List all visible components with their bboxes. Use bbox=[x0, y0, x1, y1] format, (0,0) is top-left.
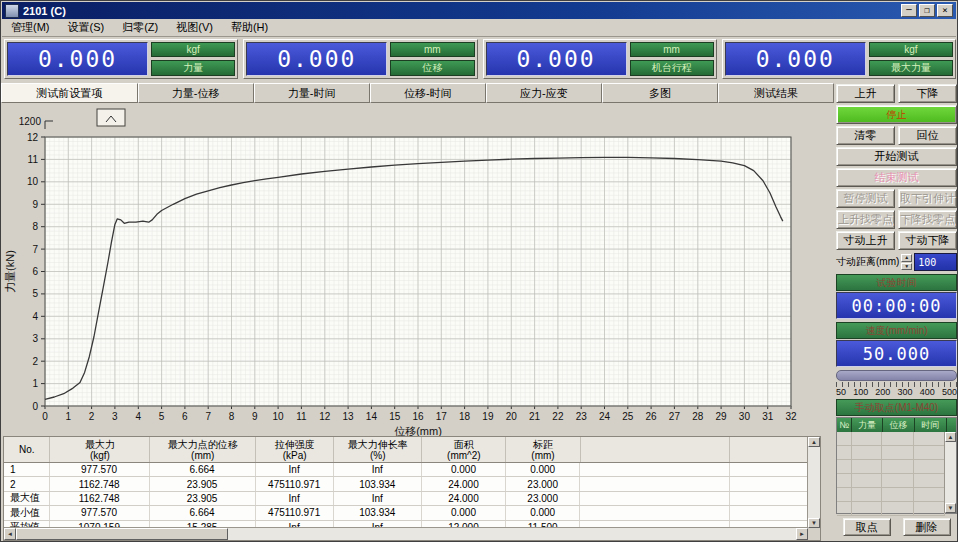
svg-text:4: 4 bbox=[136, 411, 142, 422]
tab-应力-应变[interactable]: 应力-应变 bbox=[486, 83, 602, 103]
table-cell: 0.000 bbox=[422, 463, 506, 476]
stop-button[interactable]: 停止 bbox=[836, 105, 957, 124]
scroll-up-icon[interactable]: ▲ bbox=[808, 437, 820, 447]
table-cell: 103.934 bbox=[334, 506, 422, 519]
table-cell: 24.000 bbox=[422, 477, 506, 490]
zero-button[interactable]: 清零 bbox=[836, 126, 895, 145]
tab-bar: 测试前设置项力量-位移力量-时间位移-时间应力-应变多图测试结果 bbox=[1, 83, 834, 103]
table-cell bbox=[580, 506, 730, 519]
table-row[interactable]: 1977.5706.664InfInf0.0000.000 bbox=[4, 463, 808, 477]
svg-text:3: 3 bbox=[32, 333, 38, 344]
mp-empty-row bbox=[837, 446, 945, 460]
svg-text:10: 10 bbox=[27, 176, 39, 187]
jog-up-button[interactable]: 寸动上升 bbox=[836, 231, 895, 250]
svg-text:11: 11 bbox=[296, 411, 307, 422]
table-row[interactable]: 最小值977.5706.664475110.971103.9340.0000.0… bbox=[4, 506, 808, 520]
mp-empty-row bbox=[837, 502, 945, 516]
speed-scale-label: 400 bbox=[920, 387, 935, 397]
return-button[interactable]: 回位 bbox=[898, 126, 957, 145]
spinner-up-icon[interactable]: ▲ bbox=[901, 254, 912, 262]
tab-多图[interactable]: 多图 bbox=[602, 83, 718, 103]
tab-力量-位移[interactable]: 力量-位移 bbox=[138, 83, 254, 103]
scroll-up-icon[interactable]: ▲ bbox=[945, 432, 956, 442]
chart-canvas: 0123456789101112131415161718192021222324… bbox=[1, 103, 834, 436]
test-time-header: 试验时间 bbox=[836, 274, 957, 291]
secondary-scale-label: 1200 bbox=[19, 116, 42, 127]
menu-item[interactable]: 设置(S) bbox=[59, 19, 114, 36]
up-button[interactable]: 上升 bbox=[836, 84, 895, 103]
table-cell: 23.905 bbox=[150, 477, 256, 490]
jog-distance-spinner[interactable]: ▲ ▼ bbox=[901, 254, 912, 270]
end-test-button[interactable]: 结束测试 bbox=[836, 168, 957, 187]
spinner-down-icon[interactable]: ▼ bbox=[901, 263, 912, 271]
scroll-down-icon[interactable]: ▼ bbox=[945, 503, 956, 513]
unit-label: kgf bbox=[869, 42, 953, 57]
table-row[interactable]: 21162.74823.905475110.971103.93424.00023… bbox=[4, 477, 808, 491]
tab-测试结果[interactable]: 测试结果 bbox=[718, 83, 834, 103]
svg-text:7: 7 bbox=[32, 244, 38, 255]
tab-力量-时间[interactable]: 力量-时间 bbox=[254, 83, 370, 103]
take-point-button[interactable]: 取点 bbox=[843, 518, 891, 536]
svg-text:5: 5 bbox=[32, 288, 38, 299]
minimize-button[interactable]: ─ bbox=[901, 4, 917, 17]
svg-text:17: 17 bbox=[436, 411, 448, 422]
svg-text:6: 6 bbox=[32, 266, 38, 277]
menu-item[interactable]: 归零(Z) bbox=[113, 19, 167, 36]
results-horizontal-scrollbar[interactable]: ◄ ► bbox=[4, 527, 808, 540]
speed-scale-label: 500 bbox=[942, 387, 957, 397]
display-位移: 0.000 mm 位移 bbox=[243, 39, 477, 79]
delete-point-button[interactable]: 删除 bbox=[903, 518, 951, 536]
results-table: No.最大力(kgf)最大力点的位移(mm)拉伸强度(kPa)最大力伸长率(%)… bbox=[3, 436, 821, 541]
svg-text:27: 27 bbox=[669, 411, 681, 422]
speed-slider-track[interactable] bbox=[836, 370, 957, 381]
menu-item[interactable]: 帮助(H) bbox=[222, 19, 277, 36]
app-icon bbox=[5, 4, 19, 18]
scroll-right-icon[interactable]: ► bbox=[796, 528, 808, 540]
table-cell: 0.000 bbox=[422, 506, 506, 519]
window-title: 2101 (C) bbox=[23, 5, 66, 17]
speed-slider[interactable]: 50100200300400500 bbox=[836, 370, 957, 397]
tab-位移-时间[interactable]: 位移-时间 bbox=[370, 83, 486, 103]
menu-item[interactable]: 管理(M) bbox=[2, 19, 59, 36]
display-机台行程: 0.000 mm 机台行程 bbox=[483, 39, 717, 79]
svg-text:31: 31 bbox=[762, 411, 774, 422]
table-cell: 23.000 bbox=[506, 492, 580, 505]
table-cell: 1 bbox=[4, 463, 50, 476]
svg-text:11: 11 bbox=[28, 154, 39, 165]
svg-text:5: 5 bbox=[159, 411, 165, 422]
table-cell: 6.664 bbox=[150, 506, 256, 519]
table-cell bbox=[580, 492, 730, 505]
svg-text:9: 9 bbox=[32, 199, 38, 210]
y-axis-label: 力量(kN) bbox=[4, 250, 16, 293]
jog-distance-input[interactable]: 100 bbox=[914, 253, 957, 271]
speed-scale-label: 100 bbox=[853, 387, 868, 397]
svg-text:14: 14 bbox=[366, 411, 378, 422]
chart-scale-selector bbox=[97, 109, 125, 126]
maximize-button[interactable]: ❐ bbox=[919, 4, 935, 17]
svg-text:15: 15 bbox=[389, 411, 401, 422]
start-test-button[interactable]: 开始测试 bbox=[836, 147, 957, 166]
menu-item[interactable]: 视图(V) bbox=[167, 19, 222, 36]
jog-down-button[interactable]: 寸动下降 bbox=[898, 231, 957, 250]
down-button[interactable]: 下降 bbox=[898, 84, 957, 103]
title-bar: 2101 (C) ─ ❐ × bbox=[2, 2, 956, 19]
scroll-left-icon[interactable]: ◄ bbox=[4, 528, 16, 540]
mp-empty-row bbox=[837, 488, 945, 502]
svg-text:20: 20 bbox=[506, 411, 518, 422]
close-button[interactable]: × bbox=[937, 4, 953, 17]
svg-text:3: 3 bbox=[112, 411, 118, 422]
table-cell bbox=[580, 463, 730, 476]
mp-column-时间: 时间 bbox=[915, 418, 947, 432]
svg-text:22: 22 bbox=[552, 411, 564, 422]
control-panel: 上升下降停止清零回位开始测试结束测试暂停测试取下引伸计上升找零点下降找零点寸动上… bbox=[834, 83, 958, 542]
scrollbar-thumb[interactable] bbox=[16, 528, 228, 540]
scroll-down-icon[interactable]: ▼ bbox=[808, 518, 820, 528]
svg-text:12: 12 bbox=[27, 132, 39, 143]
up-find-zero-button: 上升找零点 bbox=[836, 210, 895, 229]
lcd-value: 0.000 bbox=[486, 42, 627, 76]
results-vertical-scrollbar[interactable]: ▲ ▼ bbox=[807, 437, 820, 528]
tab-测试前设置项[interactable]: 测试前设置项 bbox=[1, 83, 138, 103]
manual-points-scrollbar[interactable]: ▲ ▼ bbox=[944, 432, 956, 513]
table-row[interactable]: 最大值1162.74823.905InfInf24.00023.000 bbox=[4, 492, 808, 506]
svg-text:2: 2 bbox=[32, 356, 38, 367]
